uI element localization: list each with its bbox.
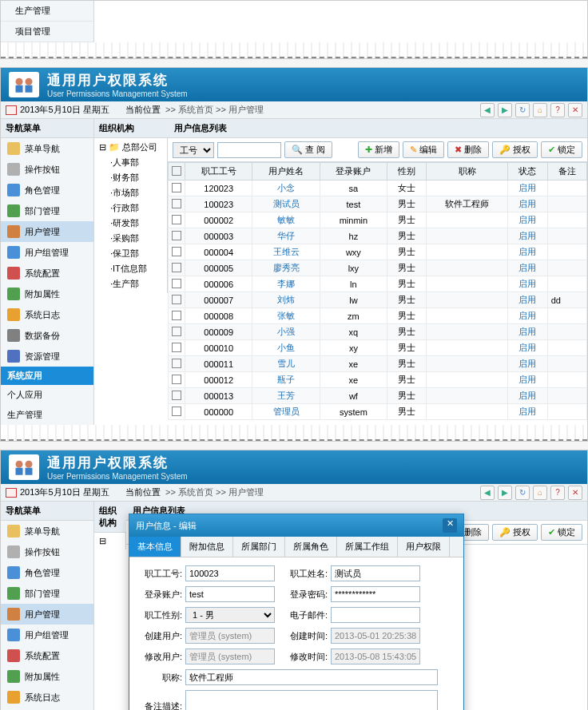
tree-node[interactable]: ·采购部 [96, 231, 165, 246]
row-checkbox[interactable] [172, 263, 181, 272]
menu-group-system[interactable]: 系统应用 [1, 367, 93, 385]
refresh-icon[interactable]: ↻ [515, 486, 530, 500]
row-checkbox[interactable] [172, 407, 181, 416]
input-title[interactable] [185, 669, 438, 685]
search-field-select[interactable]: 工号 [173, 142, 214, 158]
table-row[interactable]: 000010小鱼xy男士 启用 [169, 340, 587, 356]
sidebar-item[interactable]: 用户组管理 [1, 242, 93, 263]
row-checkbox[interactable] [172, 343, 181, 352]
row-checkbox[interactable] [172, 279, 181, 288]
tree-node[interactable]: ·行政部 [96, 200, 165, 216]
sidebar-item[interactable]: 角色管理 [1, 180, 93, 200]
sidebar-item[interactable]: 菜单导航 [1, 138, 93, 159]
sidebar-item[interactable]: 部门管理 [1, 583, 93, 604]
table-row[interactable]: 000002敏敏minmin男士 启用 [169, 212, 587, 228]
exit-icon[interactable]: ✕ [568, 486, 582, 500]
sidebar-item-personal[interactable]: 个人应用 [1, 385, 93, 405]
sidebar-item[interactable]: 资源管理 [1, 346, 93, 367]
help-icon[interactable]: ? [550, 486, 565, 500]
close-icon[interactable]: ✕ [443, 518, 457, 533]
row-checkbox[interactable] [172, 295, 181, 304]
help-icon[interactable]: ? [550, 103, 565, 117]
exit-icon[interactable]: ✕ [568, 103, 582, 117]
row-checkbox[interactable] [172, 199, 181, 208]
table-row[interactable]: 120023小念sa女士 启用 [169, 180, 587, 196]
modal-tab[interactable]: 用户权限 [398, 537, 450, 557]
sidebar-item[interactable]: 系统日志 [1, 304, 93, 325]
tree-node[interactable]: ·研发部 [96, 216, 165, 231]
row-checkbox[interactable] [172, 311, 181, 320]
sidebar-item[interactable]: 操作按钮 [1, 541, 93, 562]
sidebar-item[interactable]: 用户管理 [1, 604, 93, 625]
sidebar-item[interactable]: 用户管理 [1, 221, 93, 242]
sidebar-item[interactable]: 操作按钮 [1, 159, 93, 180]
select-all-checkbox[interactable] [172, 166, 181, 176]
column-header[interactable]: 职称 [427, 163, 508, 180]
sidebar-item-production[interactable]: 生产管理 [1, 405, 93, 425]
input-email[interactable] [331, 607, 420, 623]
row-checkbox[interactable] [172, 375, 181, 384]
sidebar-item[interactable]: 系统配置 [1, 263, 93, 284]
sidebar-item[interactable]: 生产管理 [1, 1, 93, 22]
row-checkbox[interactable] [172, 359, 181, 368]
column-header[interactable]: 性别 [387, 163, 427, 180]
row-checkbox[interactable] [172, 215, 181, 224]
tree-root[interactable]: ⊟ 📁 总部公司 [96, 140, 165, 155]
input-empname[interactable] [331, 565, 420, 581]
sidebar-item[interactable]: 菜单导航 [1, 521, 93, 541]
sidebar-item[interactable]: 部门管理 [1, 200, 93, 221]
column-header[interactable] [169, 163, 185, 180]
column-header[interactable]: 用户姓名 [252, 163, 320, 180]
nav-fwd-icon[interactable]: ▶ [498, 486, 512, 500]
row-checkbox[interactable] [172, 247, 181, 256]
modal-tab[interactable]: 所属部门 [233, 537, 285, 557]
row-checkbox[interactable] [172, 183, 181, 192]
table-row[interactable]: 000008张敏zm男士 启用 [169, 308, 587, 324]
sidebar-item[interactable]: 系统日志 [1, 687, 93, 708]
sidebar-item[interactable]: 系统配置 [1, 645, 93, 666]
tree-root[interactable]: ⊟ [96, 534, 124, 548]
table-row[interactable]: 000013王芳wf男士 启用 [169, 388, 587, 404]
edit-button[interactable]: ✎ 编辑 [403, 141, 444, 158]
input-password[interactable] [331, 586, 420, 602]
tree-node[interactable]: ·财务部 [96, 170, 165, 185]
input-account[interactable] [185, 586, 275, 602]
table-row[interactable]: 000012瓶子xe男士 启用 [169, 372, 587, 388]
nav-fwd-icon[interactable]: ▶ [498, 103, 512, 117]
column-header[interactable]: 职工工号 [185, 163, 252, 180]
search-button[interactable]: 🔍 查 阅 [284, 141, 332, 158]
sidebar-item[interactable]: 角色管理 [1, 562, 93, 583]
nav-back-icon[interactable]: ◀ [480, 103, 495, 117]
lock-button[interactable]: ✔ 锁定 [541, 141, 582, 158]
row-checkbox[interactable] [172, 231, 181, 240]
nav-back-icon[interactable]: ◀ [480, 486, 495, 500]
column-header[interactable]: 登录账户 [320, 163, 387, 180]
delete-button[interactable]: ✖ 删除 [447, 141, 489, 158]
row-checkbox[interactable] [172, 327, 181, 336]
sidebar-item[interactable]: 数据备份 [1, 325, 93, 346]
tree-node[interactable]: ·人事部 [96, 155, 165, 170]
home-icon[interactable]: ⌂ [533, 486, 547, 500]
auth-button[interactable]: 🔑 授权 [492, 524, 538, 541]
tree-node[interactable]: ·保卫部 [96, 246, 165, 261]
auth-button[interactable]: 🔑 授权 [492, 141, 538, 158]
row-checkbox[interactable] [172, 391, 181, 400]
modal-tab[interactable]: 基本信息 [129, 537, 181, 557]
tree-node[interactable]: ·生产部 [96, 276, 165, 292]
tree-node[interactable]: ·市场部 [96, 185, 165, 200]
home-icon[interactable]: ⌂ [533, 103, 547, 117]
table-row[interactable]: 000007刘炜lw男士 启用dd [169, 292, 587, 308]
table-row[interactable]: 000000管理员system男士 启用 [169, 404, 587, 420]
column-header[interactable]: 备注 [547, 163, 586, 180]
refresh-icon[interactable]: ↻ [515, 103, 530, 117]
sidebar-item[interactable]: 附加属性 [1, 666, 93, 687]
table-row[interactable]: 000006李娜ln男士 启用 [169, 276, 587, 292]
table-row[interactable]: 000003华仔hz男士 启用 [169, 228, 587, 244]
modal-tab[interactable]: 所属角色 [285, 537, 337, 557]
table-row[interactable]: 000005廖秀亮lxy男士 启用 [169, 260, 587, 276]
column-header[interactable]: 状态 [508, 163, 547, 180]
lock-button[interactable]: ✔ 锁定 [541, 524, 582, 541]
select-gender[interactable]: 1 - 男 [185, 607, 275, 623]
input-empid[interactable] [185, 565, 275, 581]
tree-node[interactable]: ·IT信息部 [96, 261, 165, 276]
